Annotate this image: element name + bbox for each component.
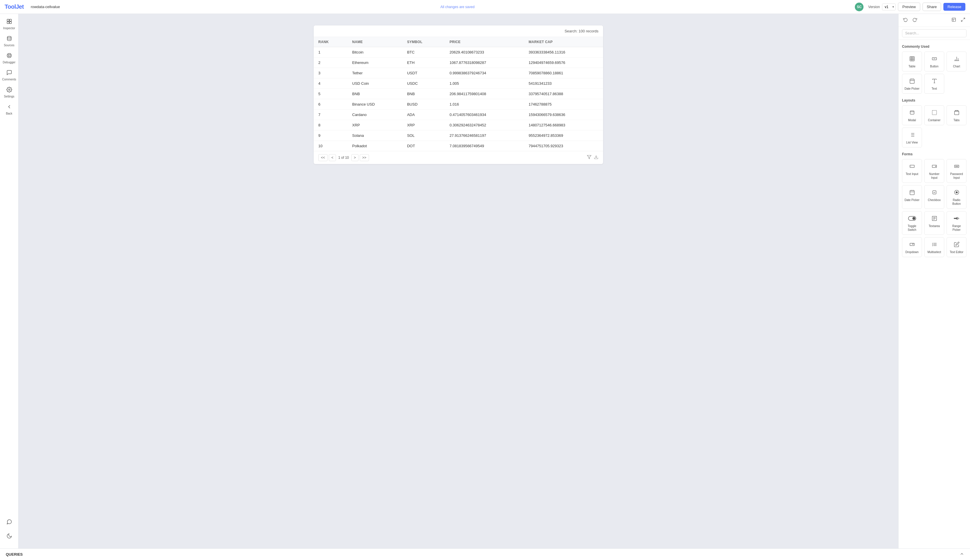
widget-password-input[interactable]: Password Input: [947, 159, 967, 183]
sidebar-label-debugger: Debugger: [3, 61, 16, 64]
expand-icon[interactable]: [960, 16, 967, 24]
table-row[interactable]: 3 Tether USDT 0.9998386379246734 7085907…: [314, 68, 603, 78]
widget-text-input[interactable]: Text Input: [902, 159, 922, 183]
chat-icon: [7, 519, 12, 526]
widget-text-input-label: Text Input: [906, 172, 918, 176]
app-name: rowdata-cellvalue: [31, 5, 60, 9]
table-row[interactable]: 6 Binance USD BUSD 1.016 17462788875: [314, 99, 603, 110]
cell-symbol: SOL: [402, 130, 445, 141]
prev-page-button[interactable]: <: [329, 154, 336, 161]
svg-point-4: [7, 37, 11, 38]
cell-market-cap: 54191341233: [524, 78, 603, 89]
widget-radio-button[interactable]: Radio Button: [947, 185, 967, 209]
svg-rect-0: [7, 19, 9, 22]
sidebar-item-chat[interactable]: [1, 517, 17, 528]
widget-checkbox[interactable]: Checkbox: [924, 185, 944, 209]
widget-dropdown[interactable]: Dropdown: [902, 237, 922, 257]
last-page-button[interactable]: >>: [360, 154, 369, 161]
undo-icon[interactable]: [902, 16, 909, 24]
sidebar-bottom: [1, 517, 17, 546]
widget-table[interactable]: Table: [902, 52, 922, 72]
table-row[interactable]: 10 Polkadot DOT 7.081839566749549 794475…: [314, 141, 603, 151]
sidebar-label-back: Back: [6, 112, 12, 115]
back-icon: [7, 104, 12, 111]
widget-number-input[interactable]: Number Input: [924, 159, 944, 183]
filter-button[interactable]: [587, 155, 591, 160]
cell-price: 0.3062924632478452: [445, 120, 524, 130]
redo-icon[interactable]: [911, 16, 918, 24]
widget-date-picker-form[interactable]: Date Picker: [902, 185, 922, 209]
cell-rank: 2: [314, 58, 347, 68]
svg-marker-8: [587, 155, 591, 159]
widget-multiselect[interactable]: Multiselect: [924, 237, 944, 257]
widget-textarea-label: Textarea: [928, 224, 940, 228]
widget-list-view[interactable]: List View: [902, 128, 922, 148]
cell-price: 27.913766246581197: [445, 130, 524, 141]
widget-text-editor[interactable]: Text Editor: [947, 237, 967, 257]
widget-date-picker[interactable]: Date Picker: [902, 74, 922, 94]
first-page-button[interactable]: <<: [318, 154, 327, 161]
sidebar-item-theme[interactable]: [1, 531, 17, 543]
sidebar-item-settings[interactable]: Settings: [1, 85, 17, 100]
main-layout: Inspector Sources Debugger Comments Sett…: [0, 14, 970, 548]
search-container: [898, 27, 970, 40]
sidebar-item-debugger[interactable]: Debugger: [1, 50, 17, 66]
inspector-icon: [7, 18, 12, 26]
list-view-icon: [908, 131, 917, 139]
preview-button[interactable]: Preview: [898, 3, 920, 11]
cell-symbol: ETH: [402, 58, 445, 68]
next-page-button[interactable]: >: [351, 154, 359, 161]
cell-rank: 7: [314, 110, 347, 120]
cell-name: Bitcoin: [347, 47, 402, 58]
table-row[interactable]: 4 USD Coin USDC 1.005 54191341233: [314, 78, 603, 89]
col-name: NAME: [347, 37, 402, 47]
widget-modal[interactable]: Modal: [902, 105, 922, 125]
version-select[interactable]: v1: [882, 3, 896, 10]
sidebar-item-comments[interactable]: Comments: [1, 67, 17, 83]
widget-textarea[interactable]: Textarea: [924, 211, 944, 235]
canvas-area[interactable]: Search: 100 records RANK NAME SYMBOL PRI…: [18, 14, 898, 548]
download-button[interactable]: [594, 155, 598, 160]
svg-rect-37: [910, 165, 914, 167]
table-row[interactable]: 8 XRP XRP 0.3062924632478452 14807127546…: [314, 120, 603, 130]
queries-bar[interactable]: QUERIES: [0, 548, 970, 560]
widget-tabs[interactable]: Tabs: [947, 105, 967, 125]
widget-container-label: Container: [928, 118, 940, 122]
cell-price: 206.98411759801408: [445, 89, 524, 99]
tabs-icon: [952, 108, 961, 117]
widget-button[interactable]: Button: [924, 52, 944, 72]
cell-name: Tether: [347, 68, 402, 78]
widget-toggle-switch[interactable]: Toggle Switch: [902, 211, 922, 235]
share-button[interactable]: Share: [923, 3, 942, 11]
layout-icon[interactable]: [950, 16, 957, 24]
widget-container[interactable]: Container: [924, 105, 944, 125]
component-search-input[interactable]: [902, 29, 967, 37]
release-button[interactable]: Release: [943, 3, 965, 11]
sidebar-item-inspector[interactable]: Inspector: [1, 16, 17, 32]
cell-market-cap: 129404974659.69576: [524, 58, 603, 68]
sidebar-item-sources[interactable]: Sources: [1, 33, 17, 49]
date-picker-icon: [908, 77, 917, 85]
table-row[interactable]: 1 Bitcoin BTC 20629.40108673233 39336333…: [314, 47, 603, 58]
svg-point-5: [8, 55, 10, 57]
widget-text[interactable]: Text: [924, 74, 944, 94]
cell-rank: 1: [314, 47, 347, 58]
sidebar-item-back[interactable]: Back: [1, 102, 17, 117]
widget-modal-label: Modal: [908, 118, 916, 122]
widget-toggle-switch-label: Toggle Switch: [904, 224, 920, 232]
svg-point-43: [955, 166, 956, 167]
container-icon: [930, 108, 939, 117]
table-row[interactable]: 9 Solana SOL 27.913766246581197 95523649…: [314, 130, 603, 141]
textarea-icon: [930, 214, 939, 222]
widget-chart[interactable]: Chart: [947, 52, 967, 72]
table-row[interactable]: 2 Ethereum ETH 1067.8776318098287 129404…: [314, 58, 603, 68]
cell-price: 0.4714057603461934: [445, 110, 524, 120]
moon-icon: [7, 533, 12, 540]
cell-price: 0.9998386379246734: [445, 68, 524, 78]
table-row[interactable]: 5 BNB BNB 206.98411759801408 33795740517…: [314, 89, 603, 99]
widget-range-picker[interactable]: Range Picker: [947, 211, 967, 235]
cell-market-cap: 14807127546.668983: [524, 120, 603, 130]
table-row[interactable]: 7 Cardano ADA 0.4714057603461934 1594306…: [314, 110, 603, 120]
cell-rank: 9: [314, 130, 347, 141]
svg-point-52: [955, 192, 958, 193]
